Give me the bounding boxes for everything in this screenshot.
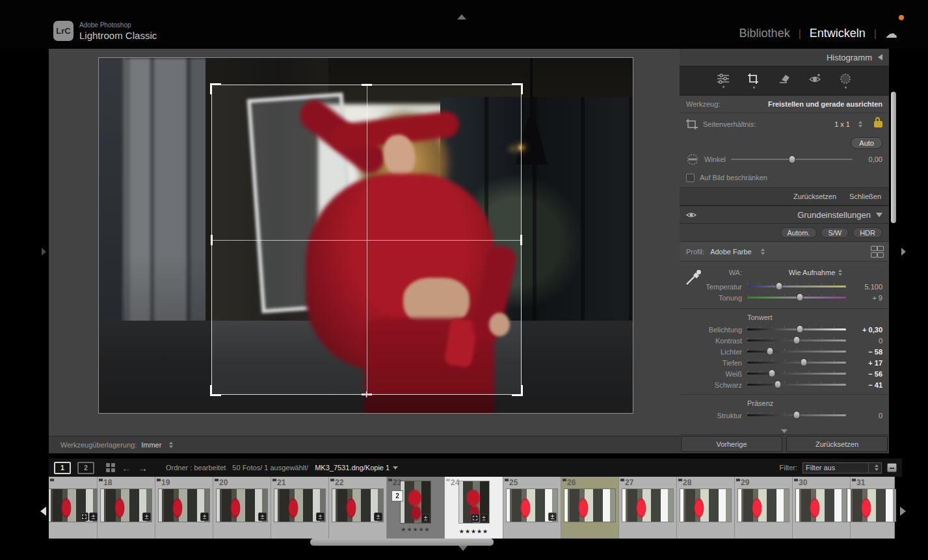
photo-thumbnail[interactable]	[459, 481, 489, 523]
flag-icon[interactable]	[50, 479, 54, 483]
aspect-spinner-icon[interactable]	[858, 121, 862, 127]
tiefen-slider[interactable]	[747, 362, 846, 364]
slider-value[interactable]: 0	[846, 412, 882, 420]
temperatur-slider-thumb[interactable]	[775, 282, 782, 290]
kontrast-slider[interactable]	[747, 340, 846, 341]
edit-badge-icon[interactable]	[316, 513, 325, 521]
struktur-slider-thumb[interactable]	[793, 411, 801, 419]
photo-thumbnail[interactable]	[796, 489, 847, 522]
edit-badge-icon[interactable]	[89, 513, 98, 521]
weiss-slider[interactable]	[747, 373, 846, 375]
crop-handle-bottom-right[interactable]	[512, 385, 523, 396]
crop-handle-bottom-left[interactable]	[210, 385, 221, 396]
photo-thumbnail[interactable]	[738, 489, 789, 522]
filmstrip-cell[interactable]: 28	[677, 477, 735, 539]
bw-button[interactable]: S/W	[821, 228, 849, 238]
flag-icon[interactable]	[505, 479, 509, 483]
edit-badge-icon[interactable]	[142, 513, 151, 521]
filmstrip-cell[interactable]: 24 ★★★★★	[445, 477, 503, 539]
edit-badge-icon[interactable]	[258, 513, 267, 521]
filmstrip-cell[interactable]: 20	[213, 477, 271, 539]
crop-handle-top-right[interactable]	[512, 83, 523, 94]
masking-tool[interactable]	[837, 73, 854, 88]
photo-thumbnail[interactable]	[680, 489, 731, 522]
photo-thumbnail[interactable]	[101, 489, 152, 522]
flag-icon[interactable]	[678, 479, 682, 483]
filmstrip-prev-icon[interactable]	[40, 507, 46, 516]
aspect-value[interactable]: 1 x 1	[834, 120, 850, 128]
filmstrip-cell[interactable]	[49, 477, 98, 539]
constrain-checkbox[interactable]	[686, 174, 695, 182]
slider-value[interactable]: + 0,30	[846, 326, 882, 334]
crop-handle-top[interactable]	[362, 84, 372, 86]
slider-value[interactable]: − 58	[846, 348, 882, 356]
crop-reset-button[interactable]: Zurücksetzen	[793, 193, 836, 200]
angle-value[interactable]: 0,00	[858, 155, 882, 163]
angle-slider[interactable]	[731, 159, 853, 160]
tonung-slider-thumb[interactable]	[796, 293, 803, 301]
struktur-slider[interactable]	[747, 414, 846, 416]
panel-eye-icon[interactable]	[686, 211, 696, 219]
slider-value[interactable]: − 41	[846, 381, 882, 389]
wb-value[interactable]: Wie Aufnahme	[760, 269, 871, 276]
histogram-header[interactable]: Histogramm	[680, 49, 889, 66]
filmstrip-cell[interactable]: 25	[503, 477, 561, 539]
top-panel-expander-icon[interactable]	[457, 14, 466, 20]
module-develop[interactable]: Entwickeln	[810, 27, 866, 40]
photo-thumbnail[interactable]	[622, 489, 673, 522]
slider-value[interactable]: 0	[846, 337, 882, 345]
filmstrip-cell[interactable]: 29	[735, 477, 793, 539]
temperatur-slider[interactable]	[747, 286, 846, 287]
kontrast-slider-thumb[interactable]	[793, 336, 801, 344]
crop-overlay[interactable]: ✛	[211, 85, 522, 395]
filmstrip-cell[interactable]: 31	[851, 477, 895, 539]
profile-value[interactable]: Adobe Farbe	[710, 248, 752, 256]
angle-slider-thumb[interactable]	[788, 155, 795, 163]
red-eye-tool[interactable]	[806, 73, 823, 88]
crop-badge-icon[interactable]	[80, 513, 88, 521]
main-window-button[interactable]: 1	[54, 462, 71, 474]
stack-count-badge[interactable]: 2	[391, 490, 403, 501]
filmstrip-next-icon[interactable]	[900, 507, 906, 516]
module-library[interactable]: Bibliothek	[739, 27, 790, 40]
healing-tool[interactable]	[776, 73, 793, 88]
crop-handle-top-left[interactable]	[210, 83, 221, 94]
filmstrip-cell[interactable]: 19	[155, 477, 213, 539]
auto-straighten-button[interactable]: Auto	[851, 137, 882, 149]
slider-value[interactable]: − 56	[846, 370, 882, 378]
crop-badge-icon[interactable]	[471, 514, 479, 522]
crop-handle-left[interactable]	[211, 235, 213, 245]
star-rating[interactable]: ★★★★★	[401, 526, 430, 533]
filter-switch-icon[interactable]	[887, 463, 897, 472]
tiefen-slider-thumb[interactable]	[800, 358, 807, 366]
flag-icon[interactable]	[620, 479, 624, 483]
flag-icon[interactable]	[99, 479, 103, 483]
flag-icon[interactable]	[446, 479, 450, 483]
right-panel-expander-icon[interactable]	[901, 248, 906, 256]
photo-thumbnail[interactable]	[49, 489, 98, 522]
weiss-slider-thumb[interactable]	[769, 369, 776, 377]
flag-icon[interactable]	[272, 479, 276, 483]
second-window-button[interactable]: 2	[77, 462, 94, 474]
tonung-slider[interactable]	[747, 297, 846, 299]
previous-button[interactable]: Vorherige	[681, 436, 782, 452]
basic-panel-header[interactable]: Grundeinstellungen	[680, 205, 889, 224]
belichtung-slider-thumb[interactable]	[796, 325, 803, 333]
photo-thumbnail[interactable]	[217, 489, 267, 522]
wb-eyedropper-icon[interactable]	[685, 268, 703, 286]
filmstrip-cell[interactable]: 30	[793, 477, 851, 539]
cloud-sync-icon[interactable]: ☁	[885, 27, 897, 40]
grid-view-icon[interactable]	[106, 463, 115, 472]
flag-icon[interactable]	[157, 479, 161, 483]
bottom-panel-expander-icon[interactable]	[458, 546, 468, 551]
edit-badge-icon[interactable]	[421, 514, 430, 522]
flag-icon[interactable]	[215, 479, 219, 483]
wb-spinner-icon[interactable]	[838, 269, 842, 276]
crop-tool[interactable]	[745, 73, 762, 88]
photo-thumbnail[interactable]	[332, 489, 383, 522]
edit-badge-icon[interactable]	[548, 513, 557, 521]
filmstrip-cell[interactable]: 23 2 ★★★★★	[387, 477, 445, 539]
crop-move-cursor-icon[interactable]: ✛	[363, 390, 370, 399]
lichter-slider[interactable]	[747, 351, 846, 353]
aspect-lock-icon[interactable]	[874, 121, 882, 127]
